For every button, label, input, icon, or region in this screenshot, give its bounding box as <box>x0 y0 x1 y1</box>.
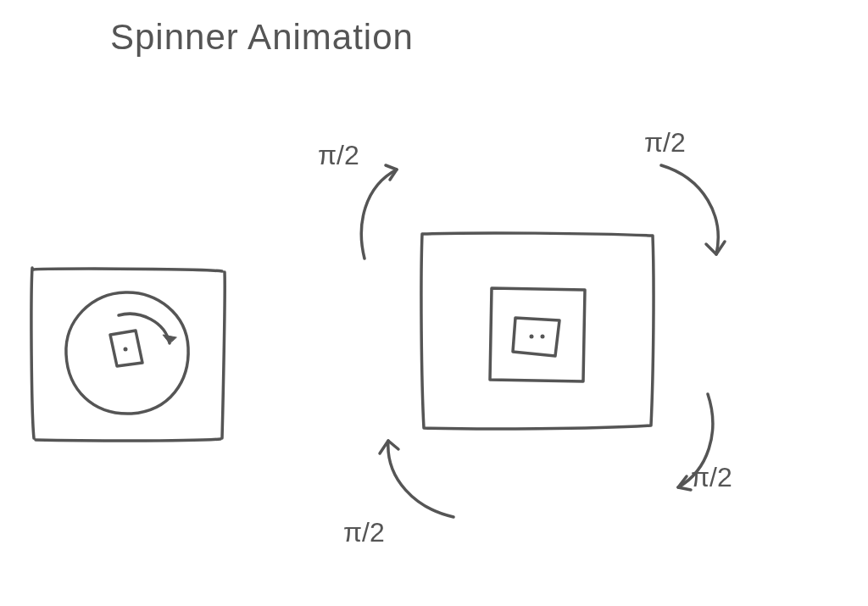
right-box-inner-diamond <box>513 318 559 356</box>
rotation-arrow-bottom-left <box>388 441 453 517</box>
right-box-outer-frame <box>421 233 654 429</box>
left-box-center-dot <box>124 347 128 352</box>
right-box-inner-square <box>490 288 585 381</box>
left-box-rotation-arrowhead <box>163 335 176 343</box>
rotation-arrow-top-right <box>661 165 718 254</box>
left-box-circle <box>66 292 188 414</box>
angle-label-top-left: π/2 <box>318 140 359 171</box>
angle-label-bottom-right: π/2 <box>691 462 732 493</box>
angle-label-bottom-left: π/2 <box>343 517 385 548</box>
rotation-arrow-top-left <box>361 170 397 259</box>
angle-label-top-right: π/2 <box>644 127 686 158</box>
diagram-sketch <box>0 0 868 606</box>
rotation-arrow-top-right-head <box>706 242 725 254</box>
right-box-center-dot-2 <box>541 335 545 339</box>
right-box-center-dot-1 <box>530 335 534 339</box>
left-box-rotation-arrow <box>119 314 170 343</box>
